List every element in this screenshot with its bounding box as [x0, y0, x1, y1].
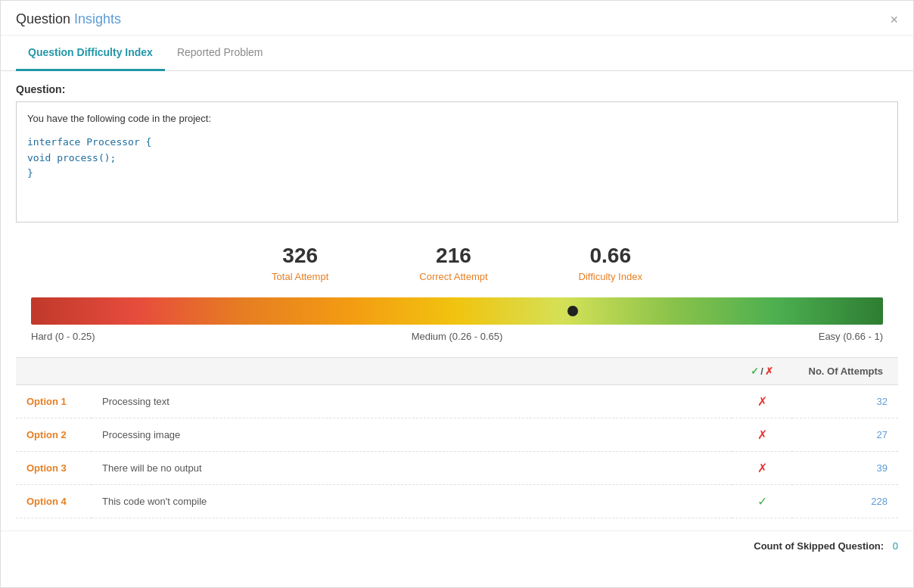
- question-box: You have the following code in the proje…: [16, 101, 898, 222]
- option-name-4: Option 4: [16, 485, 92, 518]
- option-check-4: ✓: [732, 485, 792, 518]
- footer-label: Count of Skipped Question:: [754, 540, 884, 552]
- title-insights: Insights: [70, 11, 121, 26]
- col-header-empty: [16, 358, 732, 385]
- question-label: Question:: [16, 83, 898, 95]
- difficulty-index-stat: 0.66 Difficulty Index: [579, 244, 642, 282]
- correct-attempt-stat: 216 Correct Attempt: [419, 244, 487, 282]
- correct-icon: ✓: [757, 495, 767, 508]
- col-header-check: ✓/✗: [732, 358, 792, 385]
- stats-row: 326 Total Attempt 216 Correct Attempt 0.…: [16, 244, 898, 282]
- code-line-3: }: [27, 166, 887, 182]
- table-row: Option 2Processing image✗27: [16, 418, 898, 452]
- tab-reported-problem[interactable]: Reported Problem: [165, 36, 275, 71]
- question-code: interface Processor { void process(); }: [27, 135, 887, 182]
- option-check-3: ✗: [732, 452, 792, 485]
- total-attempt-value: 326: [272, 244, 328, 268]
- total-attempt-stat: 326 Total Attempt: [272, 244, 328, 282]
- table-row: Option 1Processing text✗32: [16, 385, 898, 418]
- options-table: ✓/✗ No. Of Attempts Option 1Processing t…: [16, 357, 898, 518]
- total-attempt-label: Total Attempt: [272, 271, 328, 282]
- code-line-1: interface Processor {: [27, 135, 887, 151]
- option-name-1: Option 1: [16, 385, 92, 418]
- table-row: Option 4This code won't compile✓228: [16, 485, 898, 518]
- wrong-icon: ✗: [757, 462, 767, 474]
- wrong-icon: ✗: [757, 395, 767, 408]
- option-check-2: ✗: [732, 418, 792, 452]
- option-name-2: Option 2: [16, 418, 92, 452]
- label-medium: Medium (0.26 - 0.65): [315, 331, 598, 342]
- option-attempts-1: 32: [792, 385, 898, 418]
- difficulty-index-label: Difficulty Index: [579, 271, 642, 282]
- correct-attempt-value: 216: [419, 244, 487, 268]
- footer-row: Count of Skipped Question: 0: [1, 530, 913, 561]
- option-text-3: There will be no output: [92, 452, 732, 485]
- label-hard: Hard (0 - 0.25): [31, 331, 315, 342]
- option-text-2: Processing image: [92, 418, 732, 452]
- col-header-attempts: No. Of Attempts: [792, 358, 898, 385]
- dialog-header: Question Insights ×: [1, 1, 913, 36]
- tabs-bar: Question Difficulty Index Reported Probl…: [1, 36, 913, 71]
- option-name-3: Option 3: [16, 452, 92, 485]
- table-header-row: ✓/✗ No. Of Attempts: [16, 358, 898, 385]
- question-text: You have the following code in the proje…: [27, 111, 887, 127]
- difficulty-index-value: 0.66: [579, 244, 642, 268]
- wrong-icon: ✗: [757, 428, 767, 441]
- option-attempts-4: 228: [792, 485, 898, 518]
- gauge-bar: [31, 297, 883, 325]
- correct-attempt-label: Correct Attempt: [419, 271, 487, 282]
- dialog: Question Insights × Question Difficulty …: [0, 0, 914, 588]
- dialog-title: Question Insights: [16, 11, 121, 27]
- table-row: Option 3There will be no output✗39: [16, 452, 898, 485]
- label-easy: Easy (0.66 - 1): [599, 331, 883, 342]
- option-attempts-3: 39: [792, 452, 898, 485]
- code-line-2: void process();: [27, 151, 887, 166]
- title-question: Question: [16, 11, 70, 26]
- option-attempts-2: 27: [792, 418, 898, 452]
- tab-difficulty-index[interactable]: Question Difficulty Index: [16, 36, 165, 71]
- close-button[interactable]: ×: [890, 13, 898, 26]
- gauge-marker: [567, 306, 578, 316]
- option-text-1: Processing text: [92, 385, 732, 418]
- option-text-4: This code won't compile: [92, 485, 732, 518]
- gauge-labels: Hard (0 - 0.25) Medium (0.26 - 0.65) Eas…: [31, 331, 883, 342]
- gauge-container: Hard (0 - 0.25) Medium (0.26 - 0.65) Eas…: [31, 297, 883, 342]
- main-content: Question: You have the following code in…: [1, 71, 913, 530]
- footer-value: 0: [893, 540, 898, 552]
- option-check-1: ✗: [732, 385, 792, 418]
